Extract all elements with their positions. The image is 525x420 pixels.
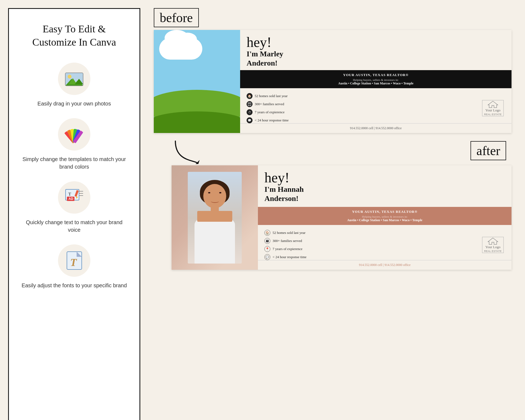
body (195, 215, 235, 264)
before-stats-list: 🏠 52 homes sold last year 👨‍👩‍👧 300+ fam… (247, 93, 478, 123)
svg-marker-25 (488, 101, 498, 108)
before-greeting: hey! (247, 35, 283, 49)
before-stat-icon-0: 🏠 (247, 93, 253, 99)
font-icon-circle: T (58, 244, 90, 277)
right-eye (219, 192, 221, 193)
after-stat-1: 👨‍👩‍👧 300+ families served (264, 238, 478, 244)
woman-figure (188, 172, 242, 264)
shoulders (197, 211, 232, 222)
before-label-box: before (154, 8, 199, 27)
before-logo-sub: REAL ESTATE (484, 113, 502, 116)
grass-front (154, 111, 240, 133)
after-stat-icon-2: 📍 (264, 246, 270, 252)
left-title: Easy To Edit & Customize In Canva (32, 22, 116, 49)
after-label: after (476, 143, 500, 158)
smile (211, 200, 219, 203)
after-logo-text: Your Logo (485, 245, 500, 249)
svg-text:T: T (70, 256, 77, 268)
after-stat-text-2: 7 years of expierence (272, 247, 302, 251)
ad-icon: T AD (64, 188, 84, 207)
cloud-shape (159, 38, 202, 60)
right-panel: before hey! I'm Marley Anderon! YOUR AUS… (148, 0, 525, 420)
before-logo-text: Your Logo (485, 108, 500, 112)
svg-text:AD: AD (69, 197, 73, 201)
before-stat-3: 💬 < 24 hour response time (247, 117, 478, 123)
feature-photos-label: Easily drag in your own photos (38, 100, 111, 107)
before-section: before hey! I'm Marley Anderon! YOUR AUS… (154, 8, 512, 133)
before-stat-2: ⏱ 7 years of expierence (247, 109, 478, 115)
feature-text-label: Quickly change text to match your brand … (20, 218, 129, 234)
left-panel: Easy To Edit & Customize In Canva Easily… (8, 8, 140, 420)
after-greeting: hey! (264, 171, 304, 185)
feature-colors: Simply change the templates to match you… (20, 118, 129, 170)
after-stat-icon-1: 👨‍👩‍👧 (264, 238, 270, 244)
woman-photo (172, 165, 258, 270)
before-agent-name: I'm Marley Anderon! (247, 49, 283, 67)
after-card-content: hey! I'm Hannah Anderson! YOUR AUSTIN, T… (258, 165, 512, 270)
after-stat-icon-3: 💬 (264, 254, 270, 260)
after-agent-name: I'm Hannah Anderson! (264, 185, 304, 203)
after-phone: 914.552.0000 cell | 914.552.0000 office (258, 260, 512, 270)
after-stat-text-3: < 24 hour response time (272, 255, 306, 259)
after-card: hey! I'm Hannah Anderson! YOUR AUSTIN, T… (172, 165, 512, 270)
before-label: before (160, 10, 193, 25)
after-stat-0: 🏠 52 homes sold last year (264, 230, 478, 236)
arrow-row: after (154, 141, 512, 165)
feature-text: T AD Quickly change text to match your b… (20, 181, 129, 234)
after-section-wrapper: after (154, 141, 512, 270)
feature-photos: Easily drag in your own photos (38, 63, 111, 107)
feature-fonts: T Easily adjust the fonts to your specif… (22, 244, 127, 289)
font-icon: T (64, 251, 84, 270)
after-stat-text-1: 300+ families served (272, 239, 302, 243)
before-card: hey! I'm Marley Anderon! YOUR AUSTIN, TE… (154, 30, 512, 133)
svg-marker-27 (488, 238, 498, 244)
after-stat-2: 📍 7 years of expierence (264, 246, 478, 252)
before-logo: Your Logo REAL ESTATE (481, 93, 505, 123)
curved-arrow (170, 138, 202, 165)
photo-icon-circle (58, 63, 90, 95)
face (203, 184, 226, 208)
before-stat-0: 🏠 52 homes sold last year (247, 93, 478, 99)
after-stat-3: 💬 < 24 hour response time (264, 254, 478, 260)
before-stat-text-1: 300+ families served (255, 102, 284, 106)
before-stats-section: 🏠 52 homes sold last year 👨‍👩‍👧 300+ fam… (247, 91, 505, 123)
feature-colors-label: Simply change the templates to match you… (20, 155, 129, 170)
before-stat-icon-3: 💬 (247, 117, 253, 123)
before-stat-text-2: 7 years of expierence (255, 110, 285, 114)
before-stat-text-0: 52 homes sold last year (255, 94, 288, 98)
after-stats-list: 🏠 52 homes sold last year 👨‍👩‍👧 300+ fam… (264, 230, 478, 260)
before-banner: YOUR AUSTIN, TEXAS REALTOR® Helping buye… (240, 70, 512, 88)
before-logo-box: Your Logo REAL ESTATE (482, 100, 504, 116)
after-label-area: after (471, 141, 512, 163)
after-banner: YOUR AUSTIN, TEXAS REALTOR® Helping buye… (258, 207, 512, 225)
before-stat-text-3: < 24 hour response time (255, 118, 289, 122)
before-card-image (154, 30, 240, 133)
after-stats-section: 🏠 52 homes sold last year 👨‍👩‍👧 300+ fam… (264, 228, 505, 260)
after-card-image (172, 165, 258, 270)
before-banner-cities: Austin • College Station • San Marcos • … (244, 81, 508, 86)
ad-icon-circle: T AD (58, 181, 90, 214)
photo-icon (65, 71, 84, 87)
house-logo-icon (488, 101, 498, 108)
before-card-content: hey! I'm Marley Anderon! YOUR AUSTIN, TE… (240, 30, 512, 133)
house-logo-icon-after (488, 237, 498, 245)
before-stat-icon-2: ⏱ (247, 109, 253, 115)
after-logo-sub: REAL ESTATE (484, 250, 502, 253)
before-banner-sub: Helping buyers, sellers & investors in: (244, 78, 508, 81)
after-label-box: after (471, 141, 506, 160)
after-banner-sub: Helping buyers, sellers & investors in: (262, 215, 508, 218)
before-stat-icon-1: 👨‍👩‍👧 (247, 101, 253, 107)
after-stat-text-0: 52 homes sold last year (272, 231, 305, 235)
left-eye (208, 192, 210, 193)
after-banner-title: YOUR AUSTIN, TEXAS REALTOR® (262, 210, 508, 214)
before-stat-1: 👨‍👩‍👧 300+ families served (247, 101, 478, 107)
svg-text:T: T (68, 192, 71, 196)
palette-icon-circle (58, 118, 90, 151)
before-banner-title: YOUR AUSTIN, TEXAS REALTOR® (244, 73, 508, 77)
palette-icon (63, 125, 85, 144)
after-logo: Your Logo REAL ESTATE (481, 230, 505, 260)
feature-fonts-label: Easily adjust the fonts to your specific… (22, 282, 127, 289)
after-stat-icon-0: 🏠 (264, 230, 270, 236)
after-banner-cities: Austin • College Station • San Marcos • … (262, 218, 508, 222)
svg-point-2 (68, 75, 71, 78)
